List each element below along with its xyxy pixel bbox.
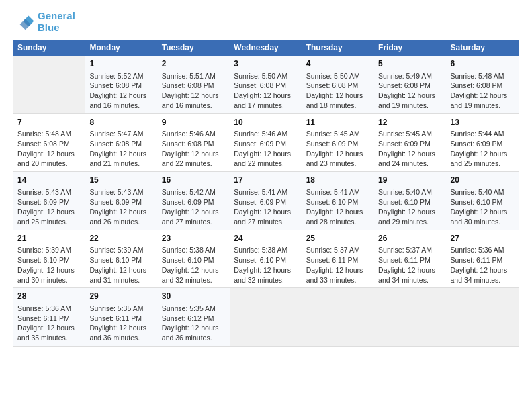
calendar-week-row: 28Sunrise: 5:36 AM Sunset: 6:11 PM Dayli… [13, 288, 519, 347]
calendar-day-header: Friday [374, 40, 446, 56]
calendar-cell: 26Sunrise: 5:37 AM Sunset: 6:11 PM Dayli… [374, 230, 446, 288]
logo: General Blue [13, 11, 75, 33]
calendar-cell: 7Sunrise: 5:48 AM Sunset: 6:08 PM Daylig… [13, 113, 85, 172]
day-detail: Sunrise: 5:35 AM Sunset: 6:12 PM Dayligh… [162, 304, 226, 343]
day-number: 29 [89, 291, 153, 302]
calendar-cell: 5Sunrise: 5:49 AM Sunset: 6:08 PM Daylig… [374, 56, 446, 113]
calendar-cell: 28Sunrise: 5:36 AM Sunset: 6:11 PM Dayli… [13, 288, 85, 347]
day-number: 24 [234, 233, 298, 244]
logo-icon [13, 11, 35, 33]
calendar-cell: 19Sunrise: 5:40 AM Sunset: 6:10 PM Dayli… [374, 172, 446, 230]
day-detail: Sunrise: 5:48 AM Sunset: 6:08 PM Dayligh… [451, 71, 515, 111]
day-number: 26 [378, 233, 442, 244]
day-number: 18 [306, 175, 370, 186]
day-detail: Sunrise: 5:46 AM Sunset: 6:08 PM Dayligh… [162, 129, 226, 169]
calendar-day-header: Thursday [302, 40, 374, 56]
calendar-week-row: 1Sunrise: 5:52 AM Sunset: 6:08 PM Daylig… [13, 56, 519, 113]
calendar-cell: 29Sunrise: 5:35 AM Sunset: 6:11 PM Dayli… [85, 288, 157, 347]
calendar-cell: 13Sunrise: 5:44 AM Sunset: 6:09 PM Dayli… [447, 113, 519, 172]
day-detail: Sunrise: 5:44 AM Sunset: 6:09 PM Dayligh… [451, 129, 515, 169]
calendar-week-row: 14Sunrise: 5:43 AM Sunset: 6:09 PM Dayli… [13, 172, 519, 230]
calendar-cell: 21Sunrise: 5:39 AM Sunset: 6:10 PM Dayli… [13, 230, 85, 288]
day-number: 22 [89, 233, 153, 244]
day-detail: Sunrise: 5:40 AM Sunset: 6:10 PM Dayligh… [378, 187, 442, 227]
day-detail: Sunrise: 5:42 AM Sunset: 6:09 PM Dayligh… [162, 187, 226, 227]
day-number: 17 [234, 175, 298, 186]
day-number: 21 [17, 233, 81, 244]
day-detail: Sunrise: 5:45 AM Sunset: 6:09 PM Dayligh… [378, 129, 442, 169]
day-detail: Sunrise: 5:37 AM Sunset: 6:11 PM Dayligh… [306, 245, 370, 285]
calendar-cell: 6Sunrise: 5:48 AM Sunset: 6:08 PM Daylig… [447, 56, 519, 113]
calendar-cell: 25Sunrise: 5:37 AM Sunset: 6:11 PM Dayli… [302, 230, 374, 288]
calendar-cell: 14Sunrise: 5:43 AM Sunset: 6:09 PM Dayli… [13, 172, 85, 230]
day-detail: Sunrise: 5:47 AM Sunset: 6:08 PM Dayligh… [89, 129, 153, 169]
day-detail: Sunrise: 5:50 AM Sunset: 6:08 PM Dayligh… [306, 71, 370, 111]
day-number: 1 [89, 58, 153, 70]
day-detail: Sunrise: 5:35 AM Sunset: 6:11 PM Dayligh… [89, 304, 153, 343]
day-detail: Sunrise: 5:37 AM Sunset: 6:11 PM Dayligh… [378, 245, 442, 285]
calendar-cell: 18Sunrise: 5:41 AM Sunset: 6:10 PM Dayli… [302, 172, 374, 230]
calendar-cell [230, 288, 302, 347]
calendar-cell [374, 288, 446, 347]
day-detail: Sunrise: 5:38 AM Sunset: 6:10 PM Dayligh… [162, 245, 226, 285]
day-number: 16 [162, 175, 226, 186]
calendar-cell: 2Sunrise: 5:51 AM Sunset: 6:08 PM Daylig… [158, 56, 230, 113]
calendar-cell: 9Sunrise: 5:46 AM Sunset: 6:08 PM Daylig… [158, 113, 230, 172]
calendar-day-header: Monday [85, 40, 157, 56]
calendar-cell: 15Sunrise: 5:43 AM Sunset: 6:09 PM Dayli… [85, 172, 157, 230]
day-number: 19 [378, 175, 442, 186]
day-detail: Sunrise: 5:36 AM Sunset: 6:11 PM Dayligh… [451, 245, 515, 285]
day-number: 14 [17, 175, 81, 186]
day-number: 11 [306, 117, 370, 128]
calendar-day-header: Tuesday [158, 40, 230, 56]
day-number: 9 [162, 117, 226, 128]
calendar-cell [302, 288, 374, 347]
calendar-week-row: 21Sunrise: 5:39 AM Sunset: 6:10 PM Dayli… [13, 230, 519, 288]
day-number: 27 [451, 233, 515, 244]
day-number: 30 [162, 291, 226, 302]
day-number: 10 [234, 117, 298, 128]
calendar-cell: 23Sunrise: 5:38 AM Sunset: 6:10 PM Dayli… [158, 230, 230, 288]
calendar-table: SundayMondayTuesdayWednesdayThursdayFrid… [13, 40, 519, 347]
day-number: 28 [17, 291, 81, 302]
page: General Blue SundayMondayTuesdayWednesda… [0, 0, 532, 411]
calendar-cell: 3Sunrise: 5:50 AM Sunset: 6:08 PM Daylig… [230, 56, 302, 113]
calendar-header-row: SundayMondayTuesdayWednesdayThursdayFrid… [13, 40, 519, 56]
day-detail: Sunrise: 5:43 AM Sunset: 6:09 PM Dayligh… [17, 187, 81, 227]
day-number: 25 [306, 233, 370, 244]
logo-text: General Blue [38, 11, 75, 33]
day-detail: Sunrise: 5:41 AM Sunset: 6:10 PM Dayligh… [306, 187, 370, 227]
day-detail: Sunrise: 5:40 AM Sunset: 6:10 PM Dayligh… [451, 187, 515, 227]
calendar-cell [13, 56, 85, 113]
calendar-week-row: 7Sunrise: 5:48 AM Sunset: 6:08 PM Daylig… [13, 113, 519, 172]
calendar-day-header: Sunday [13, 40, 85, 56]
calendar-cell: 27Sunrise: 5:36 AM Sunset: 6:11 PM Dayli… [447, 230, 519, 288]
day-number: 4 [306, 58, 370, 70]
day-number: 7 [17, 117, 81, 128]
day-detail: Sunrise: 5:39 AM Sunset: 6:10 PM Dayligh… [17, 245, 81, 285]
calendar-cell: 24Sunrise: 5:38 AM Sunset: 6:10 PM Dayli… [230, 230, 302, 288]
calendar-cell: 22Sunrise: 5:39 AM Sunset: 6:10 PM Dayli… [85, 230, 157, 288]
day-number: 12 [378, 117, 442, 128]
calendar-cell: 8Sunrise: 5:47 AM Sunset: 6:08 PM Daylig… [85, 113, 157, 172]
calendar-cell: 20Sunrise: 5:40 AM Sunset: 6:10 PM Dayli… [447, 172, 519, 230]
day-number: 2 [162, 58, 226, 70]
day-number: 8 [89, 117, 153, 128]
day-number: 5 [378, 58, 442, 70]
day-detail: Sunrise: 5:36 AM Sunset: 6:11 PM Dayligh… [17, 304, 81, 343]
day-number: 6 [451, 58, 515, 70]
calendar-cell: 1Sunrise: 5:52 AM Sunset: 6:08 PM Daylig… [85, 56, 157, 113]
day-detail: Sunrise: 5:50 AM Sunset: 6:08 PM Dayligh… [234, 71, 298, 111]
day-detail: Sunrise: 5:38 AM Sunset: 6:10 PM Dayligh… [234, 245, 298, 285]
day-detail: Sunrise: 5:52 AM Sunset: 6:08 PM Dayligh… [89, 71, 153, 111]
day-detail: Sunrise: 5:43 AM Sunset: 6:09 PM Dayligh… [89, 187, 153, 227]
day-detail: Sunrise: 5:39 AM Sunset: 6:10 PM Dayligh… [89, 245, 153, 285]
day-number: 15 [89, 175, 153, 186]
calendar-cell: 4Sunrise: 5:50 AM Sunset: 6:08 PM Daylig… [302, 56, 374, 113]
day-detail: Sunrise: 5:48 AM Sunset: 6:08 PM Dayligh… [17, 129, 81, 169]
header: General Blue [13, 11, 519, 33]
day-detail: Sunrise: 5:49 AM Sunset: 6:08 PM Dayligh… [378, 71, 442, 111]
calendar-cell [447, 288, 519, 347]
day-detail: Sunrise: 5:51 AM Sunset: 6:08 PM Dayligh… [162, 71, 226, 111]
day-detail: Sunrise: 5:46 AM Sunset: 6:09 PM Dayligh… [234, 129, 298, 169]
